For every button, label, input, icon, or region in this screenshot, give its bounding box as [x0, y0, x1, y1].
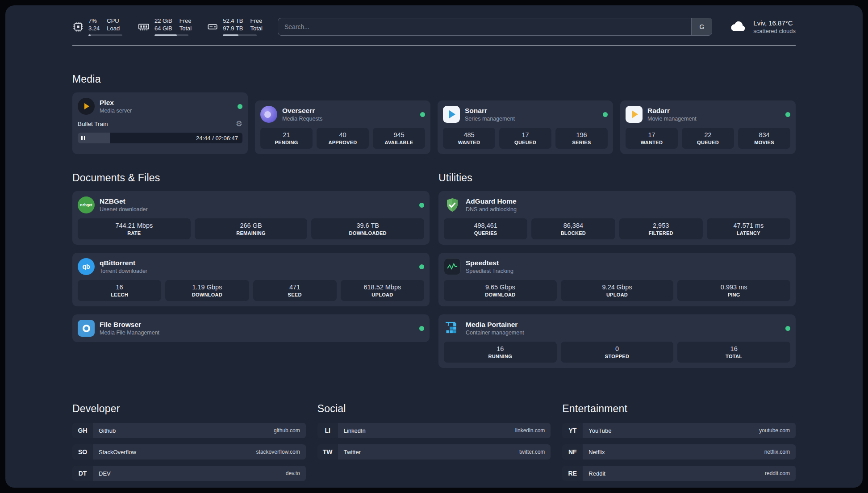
bookmark-youtube[interactable]: YT YouTube youtube.com [562, 423, 796, 438]
stat-tile: 9.65 Gbps DOWNLOAD [444, 280, 557, 301]
app-card-nzbget[interactable]: nzbget NZBGet Usenet downloader 744.21 M… [72, 191, 430, 245]
app-description: Media server [100, 108, 132, 114]
playback-progress-bar[interactable]: 24:44 / 02:06:47 [78, 133, 242, 143]
stat-tile: 834 MOVIES [738, 128, 790, 149]
stat-value: 196 [576, 131, 587, 138]
disk-usage-bar [223, 34, 257, 36]
bookmark-url: linkedin.com [515, 427, 545, 434]
bookmark-url: github.com [274, 427, 300, 434]
ram-free-label: Free [179, 17, 192, 25]
stat-value: 47.571 ms [734, 222, 764, 229]
disk-total-label: Total [250, 25, 263, 32]
bookmark-dev[interactable]: DT DEV dev.to [72, 466, 306, 481]
bookmark-netflix[interactable]: NF Netflix netflix.com [562, 444, 796, 460]
bookmark-name: LinkedIn [344, 427, 366, 434]
bookmark-linkedin[interactable]: LI LinkedIn linkedin.com [317, 423, 551, 438]
stat-label: APPROVED [328, 140, 357, 145]
stat-tile: 498,461 QUERIES [444, 218, 527, 239]
section-utilities: Utilities AdGuard Home DNS and adblockin… [438, 172, 796, 368]
stat-label: STOPPED [605, 354, 629, 359]
stat-label: FILTERED [648, 230, 673, 236]
top-bar: 7% 3.24 CPU Load [72, 5, 796, 36]
app-name: Radarr [647, 107, 697, 115]
bookmark-abbr: DT [72, 466, 93, 481]
status-online-dot [603, 112, 608, 117]
utilities-section-title: Utilities [438, 172, 796, 184]
stat-tile: 22 QUEUED [682, 128, 734, 149]
stat-tile: 744.21 Mbps RATE [78, 218, 191, 239]
app-card-overseerr[interactable]: Overseerr Media Requests 21 PENDING 40 A… [255, 100, 430, 154]
dashboard: 7% 3.24 CPU Load [5, 5, 863, 488]
bookmark-name: Netflix [588, 449, 605, 455]
gear-icon[interactable]: ⚙ [236, 119, 242, 129]
stat-label: QUERIES [474, 230, 497, 236]
stat-value: 17 [522, 131, 529, 138]
stat-value: 16 [116, 284, 123, 291]
bookmark-url: netflix.com [764, 449, 790, 455]
disk-widget: 52.4 TB 97.9 TB Free Total [207, 17, 263, 36]
bookmark-twitter[interactable]: TW Twitter twitter.com [317, 444, 551, 460]
stat-value: 498,461 [474, 222, 497, 229]
stat-label: UPLOAD [606, 292, 628, 297]
weather-widget[interactable]: Lviv, 16.87°C scattered clouds [729, 19, 796, 34]
status-online-dot [419, 326, 424, 331]
stat-label: WANTED [458, 140, 480, 145]
stat-label: DOWNLOAD [192, 292, 222, 297]
cpu-label: CPU [107, 17, 120, 25]
stat-value: 1.19 Gbps [192, 284, 222, 291]
bookmark-reddit[interactable]: RE Reddit reddit.com [562, 466, 796, 481]
bookmark-name: YouTube [588, 427, 611, 434]
stat-tile: 9.24 Gbps UPLOAD [561, 280, 674, 301]
app-card-speedtest[interactable]: Speedtest Speedtest Tracking 9.65 Gbps D… [438, 253, 796, 306]
bookmark-name: Reddit [588, 470, 605, 477]
status-online-dot [420, 112, 425, 117]
stat-value: 21 [283, 131, 290, 138]
ram-usage-bar [154, 34, 188, 36]
stat-label: WANTED [641, 140, 663, 145]
bookmark-github[interactable]: GH Github github.com [72, 423, 306, 438]
app-card-filebrowser[interactable]: File Browser Media File Management [72, 314, 430, 342]
adguard-shield-icon [444, 196, 461, 213]
pause-icon[interactable] [81, 136, 85, 140]
stat-tile: 21 PENDING [260, 128, 313, 149]
cpu-usage-bar [88, 34, 122, 36]
search-input[interactable] [278, 18, 691, 35]
stat-value: 266 GB [240, 222, 262, 229]
stat-tile: 471 SEED [253, 280, 337, 301]
stat-value: 485 [463, 131, 474, 138]
bookmark-stackoverflow[interactable]: SO StackOverflow stackoverflow.com [72, 444, 306, 460]
nzbget-icon: nzbget [78, 196, 95, 213]
app-name: Media Portainer [466, 321, 524, 329]
app-card-qbittorrent[interactable]: qb qBittorrent Torrent downloader 16 LEE… [72, 253, 430, 306]
bookmark-abbr: LI [317, 423, 338, 438]
app-description: Media File Management [100, 330, 159, 336]
stat-tile: 40 APPROVED [317, 128, 369, 149]
filebrowser-icon [78, 320, 95, 337]
cloud-icon [729, 19, 748, 34]
stat-tile: 945 AVAILABLE [373, 128, 425, 149]
stat-label: MOVIES [754, 140, 774, 145]
app-card-plex[interactable]: Plex Media server Bullet Train ⚙ 24:44 /… [72, 92, 248, 154]
app-card-adguard[interactable]: AdGuard Home DNS and adblocking 498,461 … [438, 191, 796, 245]
bookmark-url: youtube.com [759, 427, 790, 434]
stat-label: UPLOAD [371, 292, 393, 297]
ram-total-value: 64 GiB [154, 25, 172, 32]
stat-tile: 0.993 ms PING [677, 280, 790, 301]
stat-label: QUEUED [514, 140, 536, 145]
stat-tile: 16 LEECH [78, 280, 161, 301]
stat-tile: 196 SERIES [555, 128, 608, 149]
stat-value: 9.65 Gbps [485, 284, 515, 291]
bookmark-url: reddit.com [765, 470, 790, 476]
app-card-sonarr[interactable]: Sonarr Series management 485 WANTED 17 Q… [438, 100, 613, 154]
bookmark-abbr: RE [562, 466, 583, 481]
ram-free-value: 22 GiB [154, 17, 172, 25]
app-name: Overseerr [282, 107, 322, 115]
now-playing-title: Bullet Train [78, 121, 108, 127]
app-card-portainer[interactable]: Media Portainer Container management 16 … [438, 314, 796, 368]
stat-tile: 618.52 Mbps UPLOAD [341, 280, 424, 301]
stat-value: 9.24 Gbps [602, 284, 632, 291]
plex-icon [78, 98, 95, 115]
search-engine-button[interactable]: G [691, 18, 712, 35]
stat-label: AVAILABLE [384, 140, 413, 145]
app-card-radarr[interactable]: Radarr Movie management 17 WANTED 22 QUE… [620, 100, 796, 154]
